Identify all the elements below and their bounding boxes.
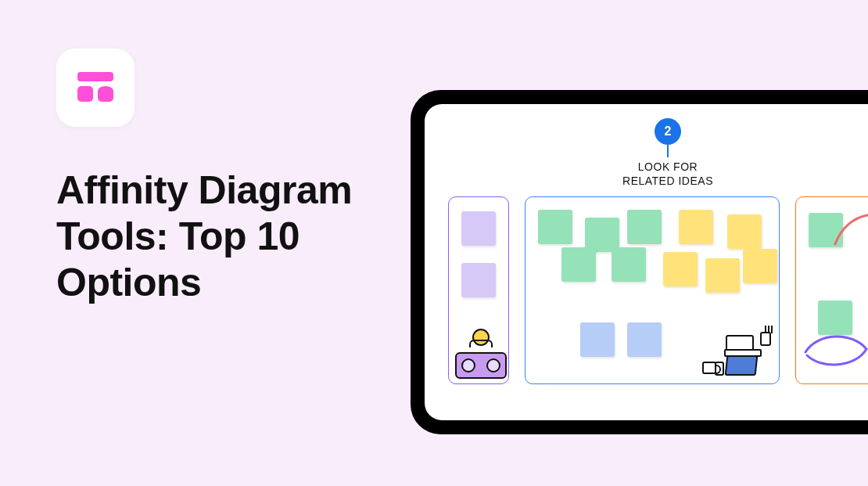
- tablet-frame: 2 LOOK FOR RELATED IDEAS: [411, 90, 868, 434]
- affinity-group-left: [448, 196, 509, 384]
- step-connector-line: [667, 145, 669, 157]
- sticky-note: [561, 247, 596, 282]
- affinity-group-right: [795, 196, 868, 384]
- app-logo-tile: [56, 49, 135, 127]
- sticky-note: [461, 263, 496, 297]
- sticky-note: [663, 252, 698, 286]
- sticky-note: [627, 210, 662, 244]
- sticky-note: [727, 214, 762, 249]
- tablet-screen: 2 LOOK FOR RELATED IDEAS: [425, 104, 868, 420]
- sticky-note: [705, 258, 740, 293]
- sticky-note: [612, 247, 646, 282]
- affinity-group-center: [525, 196, 780, 384]
- desk-doodle-icon: [698, 332, 773, 379]
- sticky-note: [538, 210, 572, 244]
- sticky-note: [627, 322, 662, 357]
- sticky-note: [580, 322, 615, 357]
- step-label-line2: RELATED IDEAS: [622, 175, 713, 187]
- step-label-line1: LOOK FOR: [638, 160, 698, 173]
- page-title: Affinity Diagram Tools: Top 10 Options: [56, 167, 432, 306]
- boombox-doodle-icon: [455, 341, 507, 379]
- sticky-note: [461, 211, 496, 246]
- step-label: LOOK FOR RELATED IDEAS: [425, 160, 868, 188]
- sticky-note: [743, 249, 777, 283]
- scribble-red-icon: [832, 205, 868, 260]
- taskade-logo-icon: [77, 72, 113, 103]
- sticky-note: [679, 210, 713, 244]
- step-number-badge: 2: [655, 118, 681, 145]
- scribble-purple-icon: [801, 329, 868, 376]
